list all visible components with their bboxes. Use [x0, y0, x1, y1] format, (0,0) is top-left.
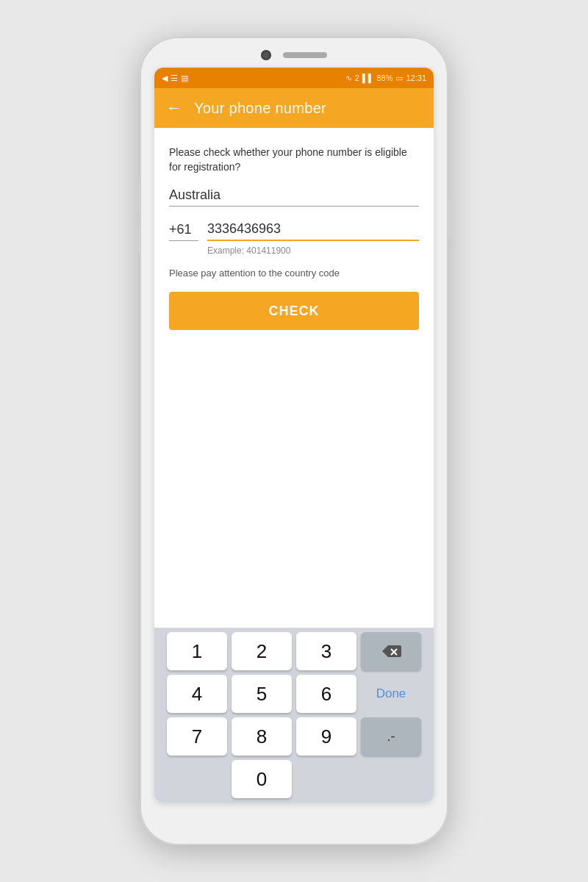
status-right: ∿ 2 ▌▌ 88% ▭ 12:31	[345, 74, 426, 83]
phone-top-bar	[147, 50, 441, 65]
key-backspace[interactable]	[361, 632, 421, 670]
key-empty-left	[167, 760, 227, 798]
key-8[interactable]: 8	[232, 717, 292, 756]
country-code-wrapper: +61	[169, 222, 198, 241]
keyboard-row-4: 0	[157, 760, 431, 798]
key-done[interactable]: Done	[361, 675, 421, 713]
key-empty-far	[361, 760, 421, 798]
camera-area	[147, 50, 441, 60]
key-4[interactable]: 4	[167, 675, 227, 713]
keyboard-row-2: 4 5 6 Done	[157, 675, 431, 713]
page-title: Your phone number	[194, 100, 326, 117]
camera-dot	[261, 50, 271, 60]
phone-screen: ◀ ☰ ▤ ∿ 2 ▌▌ 88% ▭ 12:31 ← Your phone nu…	[154, 68, 434, 803]
key-1[interactable]: 1	[167, 632, 227, 670]
nav-icon: ◀	[162, 74, 168, 83]
clock: 12:31	[406, 74, 426, 82]
vol-up-button	[136, 184, 140, 213]
attention-text: Please pay attention to the country code	[169, 268, 419, 279]
key-empty-right	[296, 760, 356, 798]
app-header: ← Your phone number	[154, 88, 434, 128]
keyboard-area: 1 2 3 4 5 6 Done 7	[154, 628, 434, 803]
content-area: Please check whether your phone number i…	[154, 128, 434, 628]
back-button[interactable]: ←	[166, 98, 182, 118]
status-left: ◀ ☰ ▤	[162, 74, 188, 83]
country-code: +61	[169, 222, 192, 237]
key-0[interactable]: 0	[232, 760, 292, 798]
signal-badge: 2	[355, 74, 359, 82]
key-7[interactable]: 7	[167, 717, 227, 756]
key-6[interactable]: 6	[296, 675, 356, 713]
keyboard-row-1: 1 2 3	[157, 632, 431, 670]
vol-down-button	[136, 224, 140, 254]
description-text: Please check whether your phone number i…	[169, 146, 419, 174]
phone-number-wrapper[interactable]	[207, 221, 419, 241]
key-dot-dash[interactable]: .-	[361, 717, 421, 756]
country-selector[interactable]	[169, 187, 419, 207]
key-9[interactable]: 9	[296, 717, 356, 756]
keyboard-row-3: 7 8 9 .-	[157, 717, 431, 756]
phone-device: ◀ ☰ ▤ ∿ 2 ▌▌ 88% ▭ 12:31 ← Your phone nu…	[140, 37, 448, 845]
msg-icon: ☰	[171, 74, 178, 83]
phone-row: +61	[169, 221, 419, 241]
key-5[interactable]: 5	[232, 675, 292, 713]
power-button	[448, 198, 452, 239]
wifi-icon: ∿	[345, 74, 352, 83]
key-3[interactable]: 3	[296, 632, 356, 670]
folder-icon: ▤	[181, 74, 188, 83]
status-bar: ◀ ☰ ▤ ∿ 2 ▌▌ 88% ▭ 12:31	[154, 68, 434, 88]
check-button[interactable]: CHECK	[169, 292, 419, 330]
phone-number-input[interactable]	[207, 221, 419, 237]
bars-icon: ▌▌	[362, 74, 374, 82]
speaker-bar	[283, 52, 327, 58]
key-2[interactable]: 2	[232, 632, 292, 670]
example-text: Example: 401411900	[207, 245, 419, 256]
battery-icon: ▭	[395, 74, 403, 83]
country-input[interactable]	[169, 187, 419, 203]
battery-level: 88%	[376, 74, 392, 82]
